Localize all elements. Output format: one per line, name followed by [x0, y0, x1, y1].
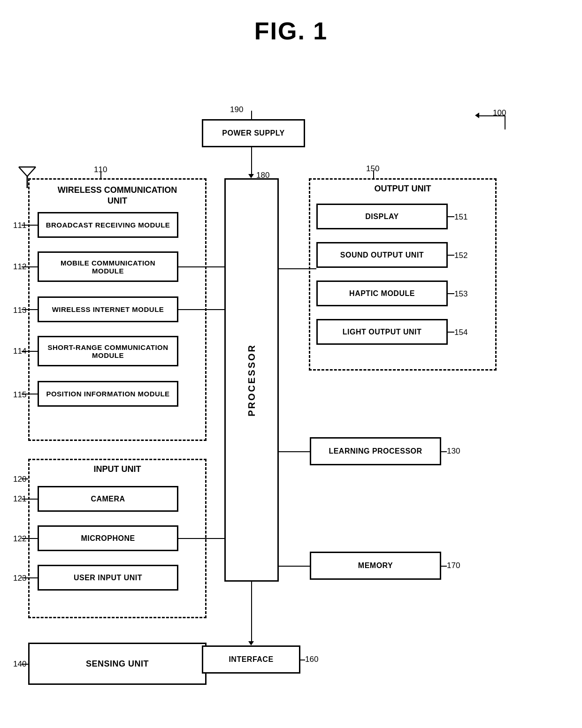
wireless-internet-label: WIRELESS INTERNET MODULE [52, 305, 164, 313]
ref-113: 113 [13, 306, 26, 315]
power-supply-label: POWER SUPPLY [222, 129, 284, 137]
ref160-line [300, 660, 305, 660]
memory-box: MEMORY [310, 552, 441, 580]
mobile-comm-label: MOBILE COMMUNICATION MODULE [61, 259, 155, 275]
sound-output-box: SOUND OUTPUT UNIT [316, 242, 448, 268]
sensing-unit-label: SENSING UNIT [86, 659, 149, 669]
sound-output-label: SOUND OUTPUT UNIT [340, 251, 424, 259]
ref113-line [22, 309, 38, 310]
interface-box: INTERFACE [202, 645, 300, 674]
page-title: FIG. 1 [0, 0, 582, 54]
svg-line-2 [27, 167, 36, 176]
input-to-proc-hline [178, 538, 224, 539]
ref-160: 160 [305, 655, 318, 664]
antenna-icon [17, 162, 38, 192]
light-output-box: LIGHT OUTPUT UNIT [316, 319, 448, 345]
broadcast-box: BROADCAST RECEIVING MODULE [38, 212, 178, 238]
ref121-line [22, 499, 38, 500]
wireless-to-proc-hline [178, 309, 224, 310]
power-arrow [248, 174, 254, 178]
proc-to-interface-vline [251, 582, 252, 643]
ref-123: 123 [13, 574, 26, 583]
ref150-vline [373, 171, 374, 178]
ref-170: 170 [447, 561, 460, 570]
ref151-line [448, 216, 454, 217]
ref170-line [441, 566, 447, 567]
ref152-line [448, 255, 454, 256]
user-input-label: USER INPUT UNIT [74, 574, 142, 582]
ref100-hline [479, 115, 505, 116]
ref190-vline [251, 111, 252, 119]
ref-122: 122 [13, 534, 26, 544]
haptic-module-box: HAPTIC MODULE [316, 281, 448, 306]
sensing-unit-box: SENSING UNIT [28, 643, 207, 685]
broadcast-label: BROADCAST RECEIVING MODULE [46, 221, 170, 229]
ref123-line [22, 577, 38, 578]
light-output-label: LIGHT OUTPUT UNIT [343, 328, 421, 336]
display-label: DISPLAY [365, 212, 398, 221]
display-box: DISPLAY [316, 204, 448, 229]
mobile-to-proc-hline [178, 266, 224, 267]
short-range-box: SHORT-RANGE COMMUNICATION MODULE [38, 336, 178, 366]
ref100-arrow [475, 113, 479, 118]
processor-label: PROCESSOR [246, 344, 257, 417]
microphone-box: MICROPHONE [38, 525, 178, 551]
diagram-area: 100 POWER SUPPLY 190 180 PROCESSOR 110 W… [0, 54, 582, 728]
ref-120: 120 [13, 475, 26, 484]
power-supply-box: POWER SUPPLY [202, 119, 305, 147]
ref100-line [505, 115, 505, 129]
proc-to-interface-arrow [248, 641, 254, 645]
ref-190: 190 [230, 105, 243, 114]
ref-130: 130 [447, 447, 460, 456]
ref115-line [22, 394, 38, 394]
proc-to-mem-hline [279, 566, 310, 567]
ref111-line [22, 225, 38, 226]
svg-line-1 [19, 167, 27, 176]
power-to-proc-line [251, 147, 252, 175]
memory-label: MEMORY [358, 561, 393, 570]
learning-processor-box: LEARNING PROCESSOR [310, 437, 441, 465]
ref-115: 115 [13, 390, 26, 400]
wireless-comm-label: WIRELESS COMMUNICATION UNIT [28, 185, 207, 207]
interface-label: INTERFACE [229, 655, 273, 664]
ref153-line [448, 293, 454, 294]
ref154-line [448, 332, 454, 333]
output-unit-label: OUTPUT UNIT [309, 184, 497, 194]
proc-to-learn-hline [279, 451, 310, 452]
input-unit-label: INPUT UNIT [28, 464, 207, 474]
position-info-box: POSITION INFORMATION MODULE [38, 381, 178, 407]
ref120-line [22, 478, 28, 479]
processor-box: PROCESSOR [224, 178, 279, 582]
ref-111: 111 [13, 221, 26, 230]
haptic-module-label: HAPTIC MODULE [349, 289, 415, 298]
user-input-box: USER INPUT UNIT [38, 565, 178, 591]
proc-to-output-hline [279, 268, 316, 269]
ref122-line [22, 538, 38, 539]
ref-152: 152 [454, 251, 467, 260]
mobile-comm-box: MOBILE COMMUNICATION MODULE [38, 251, 178, 282]
short-range-label: SHORT-RANGE COMMUNICATION MODULE [47, 343, 168, 359]
ref-153: 153 [454, 289, 467, 299]
ref114-line [22, 351, 38, 352]
ref-151: 151 [454, 212, 467, 222]
microphone-label: MICROPHONE [81, 534, 135, 543]
camera-box: CAMERA [38, 486, 178, 512]
ref140-line [22, 664, 28, 665]
camera-label: CAMERA [91, 495, 125, 503]
position-info-label: POSITION INFORMATION MODULE [46, 390, 169, 398]
ref130-line [441, 451, 447, 452]
wireless-internet-box: WIRELESS INTERNET MODULE [38, 296, 178, 322]
learning-processor-label: LEARNING PROCESSOR [329, 447, 422, 455]
ref112-line [22, 266, 38, 267]
ref110-vline [100, 172, 101, 178]
ref-154: 154 [454, 328, 467, 337]
